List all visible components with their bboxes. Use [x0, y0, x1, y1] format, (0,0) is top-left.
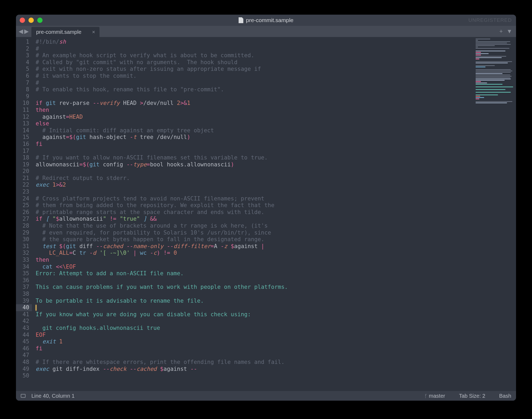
close-window-button[interactable]	[20, 18, 25, 23]
nav-forward-button[interactable]: ▶	[24, 28, 29, 35]
file-tab[interactable]: pre-commit.sample ×	[31, 27, 99, 37]
code-line[interactable]: LC_ALL=C tr -d '[ -~]\0' | wc -c) != 0	[36, 250, 473, 257]
code-line[interactable]: # exit with non-zero status after issuin…	[36, 66, 473, 73]
code-line[interactable]: # Called by "git commit" with no argumen…	[36, 59, 473, 66]
line-number[interactable]: 50	[16, 372, 29, 379]
code-line[interactable]: fi	[36, 345, 473, 352]
line-number[interactable]: 35	[16, 270, 29, 277]
code-line[interactable]: #!/bin/sh	[36, 39, 473, 46]
code-line[interactable]: against=HEAD	[36, 114, 473, 121]
code-line[interactable]	[36, 188, 473, 195]
line-number[interactable]: 22	[16, 182, 29, 188]
line-number[interactable]: 16	[16, 141, 29, 148]
line-number[interactable]: 11	[16, 107, 29, 114]
line-number[interactable]: 14	[16, 127, 29, 134]
maximize-window-button[interactable]	[37, 18, 43, 23]
line-number[interactable]: 44	[16, 332, 29, 339]
code-line[interactable]: # An example hook script to verify what …	[36, 52, 473, 59]
panel-toggle-icon[interactable]	[21, 394, 26, 398]
nav-back-button[interactable]: ◀	[19, 28, 23, 35]
line-number[interactable]: 37	[16, 284, 29, 291]
code-line[interactable]: To be portable it is advisable to rename…	[36, 298, 473, 305]
code-line[interactable]: against=$(git hash-object -t tree /dev/n…	[36, 134, 473, 141]
line-number[interactable]: 40	[16, 304, 32, 311]
line-number[interactable]: 21	[16, 175, 29, 182]
code-line[interactable]: cat <<\EOF	[36, 264, 473, 270]
code-line[interactable]	[36, 291, 473, 298]
code-line[interactable]	[36, 318, 473, 325]
line-number[interactable]: 28	[16, 223, 29, 229]
cursor-position[interactable]: Line 40, Column 1	[31, 393, 74, 399]
code-line[interactable]: # To enable this hook, rename this file …	[36, 86, 473, 93]
git-branch-indicator[interactable]: ᚶ master	[425, 393, 445, 399]
code-line[interactable]: if [ "$allownonascii" != "true" ] &&	[36, 216, 473, 223]
code-line[interactable]	[36, 352, 473, 359]
minimap[interactable]	[473, 37, 516, 391]
code-line[interactable]: git config hooks.allownonascii true	[36, 325, 473, 332]
line-number[interactable]: 39	[16, 298, 29, 305]
code-line[interactable]: This can cause problems if you want to w…	[36, 284, 473, 291]
line-number[interactable]: 42	[16, 318, 29, 325]
line-number[interactable]: 12	[16, 114, 29, 121]
code-line[interactable]: #	[36, 46, 473, 52]
syntax-indicator[interactable]: Bash	[499, 393, 511, 399]
tab-close-button[interactable]: ×	[92, 29, 95, 35]
code-line[interactable]: # Initial commit: diff against an empty …	[36, 127, 473, 134]
code-line[interactable]: then	[36, 107, 473, 114]
line-number[interactable]: 18	[16, 154, 29, 161]
line-number[interactable]: 25	[16, 202, 29, 209]
line-number[interactable]: 7	[16, 80, 29, 87]
line-number[interactable]: 6	[16, 73, 29, 80]
line-number[interactable]: 34	[16, 264, 29, 270]
line-number[interactable]: 27	[16, 216, 29, 223]
line-number-gutter[interactable]: 1234567891011121314151617181920212223242…	[16, 37, 32, 391]
code-line[interactable]: # Note that the use of brackets around a…	[36, 223, 473, 229]
code-line[interactable]	[36, 148, 473, 155]
line-number[interactable]: 5	[16, 66, 29, 73]
line-number[interactable]: 13	[16, 120, 29, 127]
code-line[interactable]: # Redirect output to stderr.	[36, 175, 473, 182]
line-number[interactable]: 17	[16, 148, 29, 155]
line-number[interactable]: 20	[16, 168, 29, 175]
code-line[interactable]	[36, 93, 473, 100]
code-line[interactable]: fi	[36, 141, 473, 148]
code-editor[interactable]: #!/bin/sh## An example hook script to ve…	[32, 37, 473, 391]
code-line[interactable]	[36, 168, 473, 175]
line-number[interactable]: 30	[16, 236, 29, 243]
line-number[interactable]: 32	[16, 250, 29, 257]
code-line[interactable]: EOF	[36, 332, 473, 339]
line-number[interactable]: 15	[16, 134, 29, 141]
tab-size-indicator[interactable]: Tab Size: 2	[459, 393, 485, 399]
line-number[interactable]: 48	[16, 359, 29, 366]
code-line[interactable]: allownonascii=$(git config --type=bool h…	[36, 161, 473, 168]
line-number[interactable]: 24	[16, 195, 29, 202]
line-number[interactable]: 2	[16, 46, 29, 52]
code-line[interactable]: # printable range starts at the space ch…	[36, 209, 473, 216]
line-number[interactable]: 29	[16, 229, 29, 236]
line-number[interactable]: 33	[16, 257, 29, 264]
code-line[interactable]: # them from being added to the repositor…	[36, 202, 473, 209]
code-line[interactable]: # it wants to stop the commit.	[36, 73, 473, 80]
line-number[interactable]: 8	[16, 86, 29, 93]
line-number[interactable]: 38	[16, 291, 29, 298]
line-number[interactable]: 43	[16, 325, 29, 332]
code-line[interactable]: # Cross platform projects tend to avoid …	[36, 195, 473, 202]
code-line[interactable]: # even required, for portability to Sola…	[36, 229, 473, 236]
line-number[interactable]: 1	[16, 39, 29, 46]
line-number[interactable]: 10	[16, 100, 29, 107]
line-number[interactable]: 36	[16, 277, 29, 284]
code-line[interactable]: Error: Attempt to add a non-ASCII file n…	[36, 270, 473, 277]
line-number[interactable]: 19	[16, 161, 29, 168]
code-line[interactable]: test $(git diff --cached --name-only --d…	[36, 243, 473, 250]
line-number[interactable]: 26	[16, 209, 29, 216]
code-line[interactable]: # the square bracket bytes happen to fal…	[36, 236, 473, 243]
code-line[interactable]: then	[36, 257, 473, 264]
code-line[interactable]: # If there are whitespace errors, print …	[36, 359, 473, 366]
code-line[interactable]: exit 1	[36, 338, 473, 345]
line-number[interactable]: 4	[16, 59, 29, 66]
code-line[interactable]: If you know what you are doing you can d…	[36, 311, 473, 318]
line-number[interactable]: 45	[16, 338, 29, 345]
line-number[interactable]: 3	[16, 52, 29, 59]
code-line[interactable]: exec 1>&2	[36, 182, 473, 188]
minimize-window-button[interactable]	[28, 18, 34, 23]
